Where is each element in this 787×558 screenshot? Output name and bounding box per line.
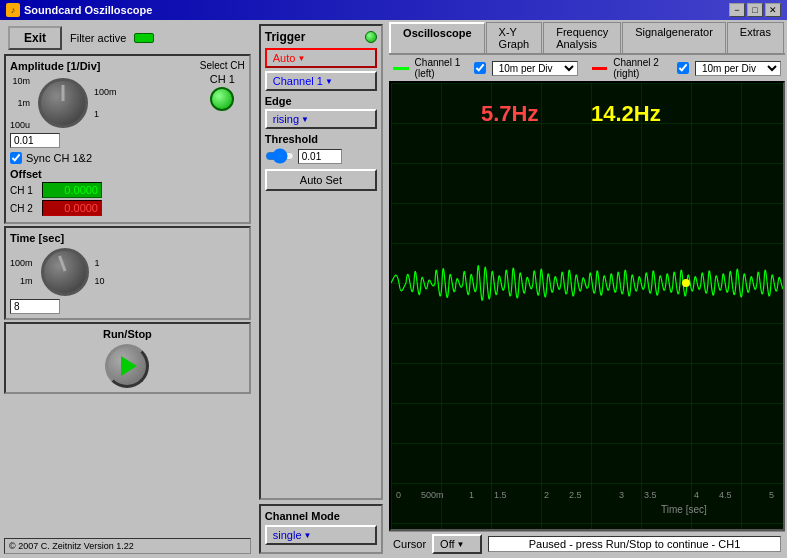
- tab-xy-graph[interactable]: X-Y Graph: [486, 22, 543, 53]
- svg-rect-7: [391, 83, 783, 529]
- amp-label-100u: 100u: [10, 120, 30, 130]
- exit-button[interactable]: Exit: [8, 26, 62, 50]
- channel-mode-dropdown[interactable]: single ▼: [265, 525, 377, 545]
- tab-extras[interactable]: Extras: [727, 22, 784, 53]
- right-panel: Oscilloscope X-Y Graph Frequency Analysi…: [387, 20, 787, 558]
- time-title: Time [sec]: [10, 232, 245, 244]
- run-stop-button[interactable]: [105, 344, 149, 388]
- ch2-offset-label: CH 2: [10, 203, 38, 214]
- maximize-button[interactable]: □: [747, 3, 763, 17]
- tab-signalgenerator[interactable]: Signalgenerator: [622, 22, 726, 53]
- svg-text:2.5: 2.5: [569, 490, 582, 500]
- threshold-label: Threshold: [265, 133, 377, 145]
- play-icon: [121, 356, 137, 376]
- time-panel: Time [sec] 100m 1m 1 10: [4, 226, 251, 320]
- sync-label: Sync CH 1&2: [26, 152, 92, 164]
- cursor-dropdown-arrow: ▼: [457, 540, 465, 549]
- ch2-visible-checkbox[interactable]: [677, 62, 689, 74]
- run-stop-title: Run/Stop: [10, 328, 245, 340]
- amp-label-1m: 1m: [18, 98, 31, 108]
- svg-text:3: 3: [619, 490, 624, 500]
- bottom-bar: Cursor Off ▼ Paused - press Run/Stop to …: [389, 531, 785, 556]
- oscilloscope-screen: 0 500m 1 1.5 2 2.5 3 3.5 4 4.5 5 5.5 6 6…: [389, 81, 785, 531]
- offset-title: Offset: [10, 168, 245, 180]
- run-stop-panel: Run/Stop: [4, 322, 251, 394]
- channel-bar: Channel 1 (left) 10m per Div 100m per Di…: [389, 55, 785, 81]
- svg-text:5.7Hz: 5.7Hz: [481, 101, 538, 126]
- threshold-input[interactable]: [298, 149, 342, 164]
- ch1-color-line: [393, 67, 409, 70]
- amplitude-input[interactable]: [10, 133, 60, 148]
- ch1-led: [210, 87, 234, 111]
- title-bar: ♪ Soundcard Oszilloscope − □ ✕: [0, 0, 787, 20]
- edge-label: Edge: [265, 95, 377, 107]
- time-label-10: 10: [95, 276, 105, 286]
- select-ch-label: Select CH: [200, 60, 245, 71]
- auto-set-button[interactable]: Auto Set: [265, 169, 377, 191]
- time-knob[interactable]: [41, 248, 89, 296]
- copyright-label: © 2007 C. Zeitnitz Version 1.22: [4, 538, 251, 554]
- left-panel: Exit Filter active Amplitude [1/Div] 10m…: [0, 20, 255, 558]
- tab-frequency-analysis[interactable]: Frequency Analysis: [543, 22, 621, 53]
- ch2-per-div-select[interactable]: 10m per Div 100m per Div 1 per Div: [695, 61, 781, 76]
- svg-text:1: 1: [469, 490, 474, 500]
- edge-dropdown[interactable]: rising ▼: [265, 109, 377, 129]
- cursor-dropdown[interactable]: Off ▼: [432, 534, 482, 554]
- trigger-mode-dropdown[interactable]: Auto ▼: [265, 48, 377, 68]
- svg-text:4: 4: [694, 490, 699, 500]
- ch2-bar-label: Channel 2 (right): [613, 57, 671, 79]
- svg-text:2: 2: [544, 490, 549, 500]
- amplitude-panel: Amplitude [1/Div] 10m 1m 100u: [4, 54, 251, 224]
- minimize-button[interactable]: −: [729, 3, 745, 17]
- tab-oscilloscope[interactable]: Oscilloscope: [389, 22, 484, 53]
- offset-section: Offset CH 1 CH 2: [10, 168, 245, 216]
- app-title: Soundcard Oszilloscope: [24, 4, 152, 16]
- ch1-offset-input[interactable]: [42, 182, 102, 198]
- amplitude-knob[interactable]: [38, 78, 88, 128]
- ch2-offset-input[interactable]: [42, 200, 102, 216]
- svg-text:1.5: 1.5: [494, 490, 507, 500]
- ch2-color-line: [592, 67, 608, 70]
- ch2-offset-row: CH 2: [10, 200, 245, 216]
- cursor-label: Cursor: [393, 538, 426, 550]
- svg-text:3.5: 3.5: [644, 490, 657, 500]
- ch1-visible-checkbox[interactable]: [474, 62, 486, 74]
- svg-text:0: 0: [396, 490, 401, 500]
- svg-text:Time [sec]: Time [sec]: [661, 504, 707, 515]
- window-controls: − □ ✕: [729, 3, 781, 17]
- filter-led: [134, 33, 154, 43]
- select-ch-panel: Select CH CH 1: [200, 60, 245, 111]
- amplitude-title: Amplitude [1/Div]: [10, 60, 117, 72]
- svg-text:4.5: 4.5: [719, 490, 732, 500]
- time-input[interactable]: [10, 299, 60, 314]
- middle-panel: Trigger Auto ▼ Channel 1 ▼ Edge rising ▼…: [255, 20, 387, 558]
- amp-label-10m: 10m: [13, 76, 31, 86]
- channel-mode-title: Channel Mode: [265, 510, 377, 522]
- dropdown-arrow-2: ▼: [325, 77, 333, 86]
- trigger-panel: Trigger Auto ▼ Channel 1 ▼ Edge rising ▼…: [259, 24, 383, 500]
- svg-text:5: 5: [769, 490, 774, 500]
- dropdown-arrow: ▼: [297, 54, 305, 63]
- time-label-1: 1: [95, 258, 105, 268]
- oscilloscope-grid: 0 500m 1 1.5 2 2.5 3 3.5 4 4.5 5 5.5 6 6…: [391, 83, 783, 529]
- amp-label-1: 1: [94, 109, 117, 119]
- trigger-channel-dropdown[interactable]: Channel 1 ▼: [265, 71, 377, 91]
- ch1-label: CH 1: [210, 73, 235, 85]
- ch1-offset-label: CH 1: [10, 185, 38, 196]
- time-label-1m: 1m: [20, 276, 33, 286]
- dropdown-arrow-4: ▼: [304, 531, 312, 540]
- dropdown-arrow-3: ▼: [301, 115, 309, 124]
- status-text: Paused - press Run/Stop to continue - CH…: [488, 536, 781, 552]
- ch1-per-div-select[interactable]: 10m per Div 100m per Div 1 per Div: [492, 61, 578, 76]
- time-label-100m: 100m: [10, 258, 33, 268]
- threshold-slider[interactable]: [265, 147, 295, 165]
- app-icon: ♪: [6, 3, 20, 17]
- ch1-offset-row: CH 1: [10, 182, 245, 198]
- sync-row: Sync CH 1&2: [10, 152, 245, 164]
- trigger-title: Trigger: [265, 30, 306, 44]
- tab-bar: Oscilloscope X-Y Graph Frequency Analysi…: [389, 22, 785, 55]
- close-button[interactable]: ✕: [765, 3, 781, 17]
- channel-mode-panel: Channel Mode single ▼: [259, 504, 383, 554]
- cursor-marker: [682, 279, 690, 287]
- sync-checkbox[interactable]: [10, 152, 22, 164]
